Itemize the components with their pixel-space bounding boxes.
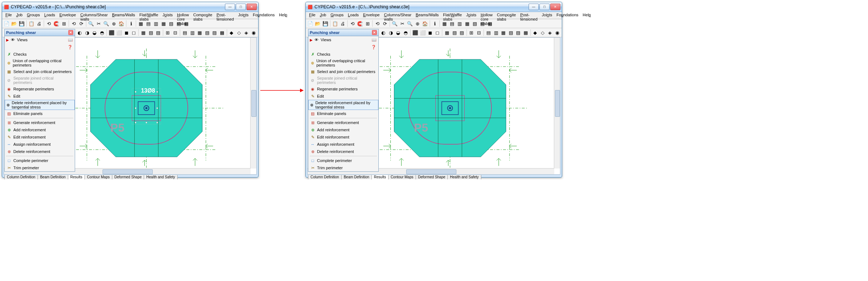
toolbar-button[interactable]: ▤ [448,20,456,27]
toolbar-button[interactable]: ▤ [485,29,492,36]
panel-close-button[interactable]: ✕ [68,30,73,35]
panel-item-regenerate-perimeters[interactable]: ◉Regenerate perimeters [5,85,75,93]
vertical-scrollbar[interactable] [554,38,560,169]
panel-item-checks[interactable]: ✗Checks [5,51,75,58]
toolbar-button[interactable]: 📂 [314,20,321,27]
toolbar-button[interactable]: ⊞ [364,20,371,27]
toolbar-button[interactable]: ◈ [243,29,250,36]
panel-item-generate-reinforcement[interactable]: ⊞Generate reinforcement [5,119,75,126]
toolbar-button[interactable]: ▧ [451,29,458,36]
menu-joints[interactable]: Joints [236,12,251,19]
toolbar-button[interactable]: ⊟ [172,29,179,36]
close-button[interactable]: ✕ [550,4,560,10]
toolbar-button[interactable]: ⟲ [70,20,77,27]
toolbar-button[interactable]: ⟳ [78,20,85,27]
panel-item-checks[interactable]: ✗Checks [308,51,378,58]
toolbar-button[interactable]: 🔍 [391,20,398,27]
toolbar-button[interactable]: ◐ [76,29,83,36]
toolbar-button[interactable]: ◼ [123,29,130,36]
tab-deformedshape[interactable]: Deformed Shape [112,175,144,179]
menu-compositeslabs[interactable]: Composite slabs [495,12,518,19]
toolbar-button[interactable]: ⟲ [349,20,356,27]
menu-loads[interactable]: Loads [42,12,57,19]
menu-loads[interactable]: Loads [346,12,361,19]
panel-item-select-and-join-critical-perim[interactable]: ▦Select and join critical perimeters [308,68,378,75]
tab-contourmaps[interactable]: Contour Maps [84,175,112,179]
toolbar-button[interactable]: ▨ [211,29,218,36]
panel-help-row[interactable]: ❓ [5,43,75,51]
toolbar-button[interactable]: ▤ [181,29,188,36]
tab-columndefinition[interactable]: Column Definition [4,175,38,179]
info-icon[interactable]: ❓ [371,45,376,50]
toolbar-button[interactable]: ◆ [532,29,539,36]
toolbar-button[interactable]: ▩ [486,20,494,27]
toolbar-button[interactable]: 🧲 [53,20,60,27]
toolbar-button[interactable]: ⊞ [60,20,68,27]
toolbar-button[interactable]: 🏠 [118,20,125,27]
toolbar-button[interactable]: ▦ [140,29,147,36]
menu-columnsshearwalls[interactable]: Columns/Shear walls [78,12,110,19]
menu-posttensioned[interactable]: Post-tensioned [214,12,236,19]
tab-results[interactable]: Results [68,175,85,179]
toolbar-button[interactable]: ⊕ [414,20,421,27]
toolbar-button[interactable]: ⟳ [381,20,389,27]
toolbar-button[interactable]: ▧ [507,29,515,36]
panel-item-delete-reinforcement[interactable]: ⊗Delete reinforcement [308,148,378,155]
toolbar-button[interactable]: ⊞ [164,29,172,36]
toolbar-button[interactable]: ✂ [95,20,102,27]
menu-file[interactable]: File [3,12,14,19]
minimize-button[interactable]: — [225,4,235,10]
panel-views-row[interactable]: ▶ 👁 Views 📖 [5,36,75,43]
maximize-button[interactable]: □ [539,4,550,10]
toolbar-button[interactable]: ▥ [189,29,196,36]
toolbar-button[interactable]: 🧲 [356,20,364,27]
panel-item-trim-perimeter[interactable]: ✂Trim perimeter [5,164,75,171]
toolbar-button[interactable]: ◒ [395,29,402,36]
toolbar-button[interactable]: ▨ [155,29,162,36]
panel-item-eliminate-panels[interactable]: ▨Eliminate panels [308,110,378,117]
panel-close-button[interactable]: ✕ [372,30,377,35]
tab-contourmaps[interactable]: Contour Maps [388,175,416,179]
toolbar-button[interactable]: ◻ [434,29,441,36]
panel-item-regenerate-perimeters[interactable]: ◉Regenerate perimeters [308,85,378,93]
vertical-scrollbar[interactable] [250,38,256,169]
toolbar-button[interactable]: ⊟ [476,29,483,36]
toolbar-button[interactable]: ▩ [522,29,529,36]
panel-titlebar[interactable]: Punching shear ✕ [5,29,75,36]
menu-beamswalls[interactable]: Beams/Walls [110,12,137,19]
toolbar-button[interactable]: ⬛ [412,29,419,36]
panel-item-delete-tangential[interactable]: ⊗ Delete reinforcement placed by tangent… [5,100,75,110]
toolbar-button[interactable]: ◑ [387,29,395,36]
toolbar-button[interactable]: ▤ [145,20,152,27]
panel-item-eliminate-panels[interactable]: ▨Eliminate panels [5,110,75,117]
menu-columnsshearwalls[interactable]: Columns/Shear walls [382,12,413,19]
tab-healthandsafety[interactable]: Health and Safety [144,175,178,179]
menu-envelope[interactable]: Envelope [361,12,382,19]
toolbar-button[interactable]: ▦ [464,20,471,27]
toolbar-button[interactable]: ◻ [130,29,138,36]
tab-healthandsafety[interactable]: Health and Safety [447,175,481,179]
close-button[interactable]: ✕ [247,4,257,10]
menu-foundations[interactable]: Foundations [251,12,277,19]
toolbar-button[interactable]: ⟲ [374,20,381,27]
menu-joists[interactable]: Joists [464,12,478,19]
toolbar-button[interactable]: ⬜ [116,29,123,36]
menu-compositeslabs[interactable]: Composite slabs [191,12,214,19]
panel-item-trim-perimeter[interactable]: ✂Trim perimeter [308,164,378,171]
toolbar-button[interactable]: 📋 [28,20,35,27]
toolbar-button[interactable]: ▦ [160,20,167,27]
panel-item-union-of-overlapping-critical-[interactable]: ⊕Union of overlapping critical perimeter… [308,58,378,68]
toolbar-button[interactable]: 🔍 [103,20,110,27]
minimize-button[interactable]: — [529,4,539,10]
toolbar-button[interactable]: 🖨 [35,20,43,27]
toolbar-button[interactable]: ▥ [456,20,463,27]
toolbar-button[interactable]: 📂 [10,20,18,27]
tab-results[interactable]: Results [372,175,389,179]
toolbar-button[interactable]: ▧ [147,29,155,36]
tab-beamdefinition[interactable]: Beam Definition [38,175,68,179]
toolbar-button[interactable]: 📄 [3,20,10,27]
panel-item-edit-reinforcement[interactable]: ✎Edit reinforcement [308,133,378,141]
panel-item-complete-perimeter[interactable]: □Complete perimeter [5,157,75,164]
maximize-button[interactable]: □ [236,4,246,10]
toolbar-button[interactable]: ▦ [500,29,507,36]
